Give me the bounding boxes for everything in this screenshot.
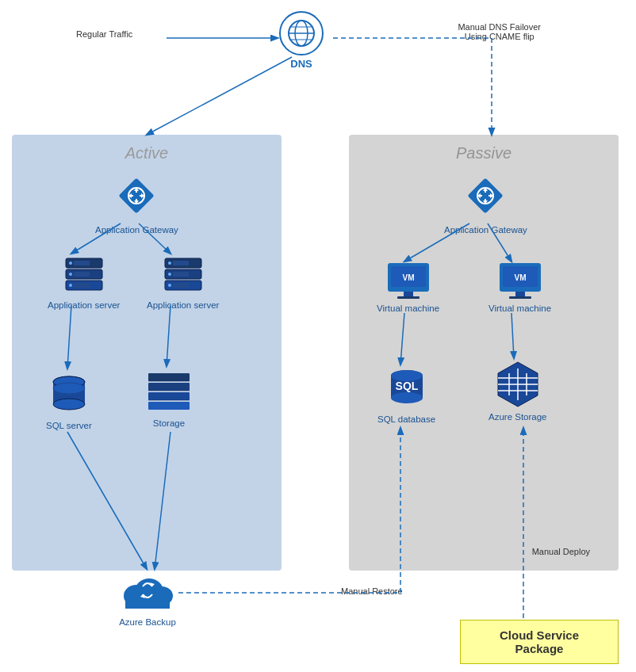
active-sql-server-label: SQL server — [46, 420, 92, 432]
passive-sql-database: SQL SQL database — [377, 366, 435, 426]
svg-rect-59 — [397, 296, 420, 299]
svg-point-29 — [168, 284, 171, 287]
dns-node: DNS — [270, 11, 333, 70]
svg-point-37 — [53, 383, 85, 394]
svg-rect-5 — [119, 178, 155, 213]
svg-point-35 — [53, 399, 85, 410]
svg-rect-38 — [148, 373, 190, 381]
svg-rect-41 — [148, 402, 190, 410]
active-app-server-1: Application server — [48, 254, 120, 311]
svg-rect-63 — [515, 292, 525, 296]
active-app-gateway-label: Application Gateway — [95, 224, 178, 236]
svg-rect-22 — [74, 272, 90, 277]
manual-dns-failover-label: Manual DNS Failover Using CNAME flip — [458, 22, 541, 41]
manual-deploy-label: Manual Deploy — [532, 547, 590, 556]
active-app-server-2-label: Application server — [147, 300, 219, 311]
svg-rect-21 — [74, 261, 90, 265]
dns-globe-icon — [279, 11, 324, 55]
diagram-container: Active Passive DNS — [0, 0, 636, 672]
svg-text:VM: VM — [402, 273, 414, 282]
svg-rect-45 — [468, 178, 504, 213]
svg-rect-30 — [173, 261, 189, 265]
azure-backup-label: Azure Backup — [119, 617, 176, 628]
svg-rect-31 — [173, 272, 189, 277]
active-app-server-2: Application server — [147, 254, 219, 311]
passive-vm-2: VM Virtual machine — [488, 262, 551, 315]
passive-sql-database-label: SQL database — [377, 414, 435, 426]
active-app-gateway: Application Gateway — [95, 170, 178, 236]
active-storage: Storage — [147, 368, 191, 430]
active-storage-label: Storage — [153, 418, 185, 430]
passive-box-title: Passive — [349, 144, 619, 162]
svg-point-19 — [69, 273, 72, 276]
cloud-service-package-box: Cloud Service Package — [460, 620, 619, 664]
passive-vm-1: VM Virtual machine — [377, 262, 439, 315]
svg-rect-39 — [148, 383, 190, 391]
passive-app-gateway-label: Application Gateway — [444, 224, 527, 236]
svg-text:VM: VM — [514, 273, 526, 282]
svg-point-27 — [168, 262, 171, 265]
manual-restore-label: Manual Restore — [341, 586, 403, 596]
regular-traffic-label: Regular Traffic — [76, 29, 132, 39]
svg-point-28 — [168, 273, 171, 276]
passive-app-gateway: Application Gateway — [444, 170, 527, 236]
svg-text:SQL: SQL — [395, 380, 418, 392]
svg-rect-58 — [404, 292, 413, 296]
svg-point-67 — [391, 392, 423, 403]
passive-azure-storage-label: Azure Storage — [488, 411, 547, 423]
azure-backup: Azure Backup — [119, 569, 176, 628]
svg-rect-40 — [148, 392, 190, 400]
svg-point-20 — [69, 284, 72, 287]
svg-rect-32 — [173, 283, 189, 288]
svg-rect-64 — [509, 296, 531, 299]
dns-label: DNS — [290, 58, 312, 70]
active-sql-server: SQL server — [46, 372, 92, 432]
cloud-service-package-label: Cloud Service Package — [500, 628, 579, 655]
svg-rect-23 — [74, 283, 90, 288]
active-box-title: Active — [12, 144, 282, 162]
passive-azure-storage: Azure Storage — [488, 361, 547, 423]
passive-vm-2-label: Virtual machine — [488, 303, 551, 315]
svg-point-18 — [69, 262, 72, 265]
passive-vm-1-label: Virtual machine — [377, 303, 439, 315]
svg-rect-81 — [125, 599, 170, 609]
active-app-server-1-label: Application server — [48, 300, 120, 311]
